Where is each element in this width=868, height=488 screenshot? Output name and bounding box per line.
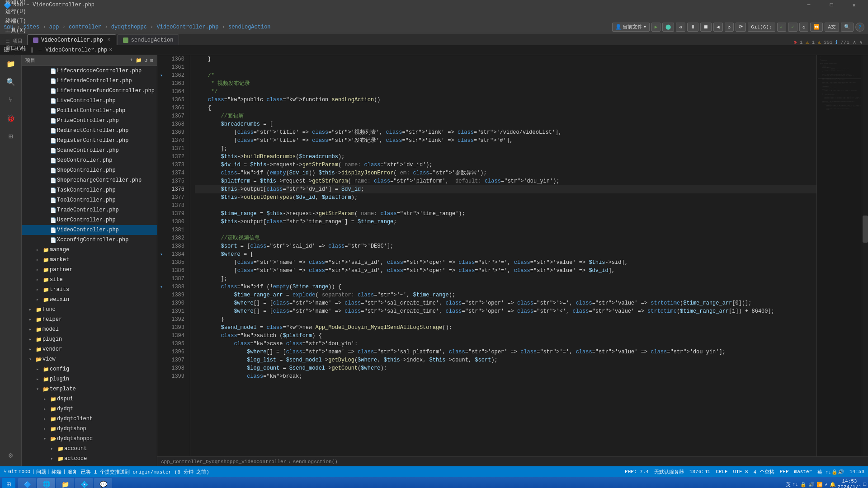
collapse-icon[interactable]: ⊟ — [150, 57, 153, 63]
tree-item-31[interactable]: ▸📁plugin — [22, 374, 157, 384]
search-btn[interactable]: 🔍 — [841, 23, 854, 32]
tree-item-20[interactable]: ▸📁partner — [22, 265, 157, 275]
php-version[interactable]: PHP: 7.4 — [625, 469, 649, 474]
tree-item-0[interactable]: 📄LifecardcodeController.php — [22, 66, 157, 76]
breadcrumb-3[interactable]: controller — [69, 24, 101, 30]
git-status[interactable]: ⑂ Git TODO | 问题 | 终端 | 服务 — [4, 469, 77, 475]
tree-item-26[interactable]: ▸📁model — [22, 324, 157, 334]
tree-item-35[interactable]: ▸📁dydqtclient — [22, 414, 157, 424]
tree-item-25[interactable]: ▸📁helper — [22, 314, 157, 324]
tab-close-0[interactable]: × — [108, 38, 110, 42]
tree-item-9[interactable]: 📄SeoController.php — [22, 155, 157, 165]
check-btn-2[interactable]: ✓ — [788, 23, 797, 32]
menu-item-运行[interactable]: 运行(U) — [2, 7, 30, 16]
tree-item-19[interactable]: ▸📁market — [22, 255, 157, 265]
activity-git[interactable]: ⑂ — [4, 93, 18, 108]
tree-item-12[interactable]: 📄TaskController.php — [22, 185, 157, 195]
toolbar-btn-4[interactable]: ⏸ — [687, 23, 698, 32]
taskbar-wechat[interactable]: 💬 — [94, 478, 112, 488]
toolbar-btn-7[interactable]: ↺ — [725, 23, 734, 32]
toolbar-btn-5[interactable]: ⏹ — [700, 23, 712, 32]
taskbar-app4[interactable]: 💠 — [75, 478, 93, 488]
line-ending[interactable]: CRLF — [716, 469, 727, 474]
tree-item-33[interactable]: ▸📁dspui — [22, 394, 157, 404]
branch[interactable]: master — [794, 469, 812, 474]
translate-btn[interactable]: A文 — [825, 23, 839, 32]
scroll-thumb[interactable] — [863, 216, 868, 243]
new-file-icon[interactable]: + — [130, 57, 133, 63]
tree-item-18[interactable]: ▸📁manage — [22, 245, 157, 255]
start-button[interactable]: ⊞ — [2, 478, 15, 488]
tree-item-7[interactable]: 📄RegisterController.php — [22, 136, 157, 145]
tree-item-5[interactable]: 📄PrizeController.php — [22, 116, 157, 126]
tree-item-17[interactable]: 📄XcconfigController.php — [22, 235, 157, 245]
tree-item-22[interactable]: ▸📁traits — [22, 285, 157, 295]
tree-item-30[interactable]: ▸📁config — [22, 364, 157, 374]
taskbar-folder[interactable]: 📁 — [56, 478, 74, 488]
tree-item-14[interactable]: 📄TradeController.php — [22, 205, 157, 215]
breadcrumb-1[interactable]: sites — [23, 24, 39, 30]
run-button[interactable]: ▶ — [651, 23, 661, 32]
tree-item-2[interactable]: 📄LifetraderrefundController.php — [22, 86, 157, 96]
refresh-icon[interactable]: ↺ — [145, 57, 148, 63]
tree-item-27[interactable]: ▸📁plugin — [22, 334, 157, 344]
tree-item-28[interactable]: ▸📁vendor — [22, 344, 157, 354]
indent[interactable]: 4 个空格 — [754, 469, 774, 475]
breadcrumb-0[interactable]: sou — [4, 24, 14, 30]
toolbar-btn-3[interactable]: ♻ — [676, 23, 685, 32]
debug-button[interactable]: ⬤ — [662, 23, 674, 32]
toolbar-btn-8[interactable]: ⟳ — [736, 23, 746, 32]
breadcrumb-2[interactable]: app — [49, 24, 59, 30]
breadcrumb-4[interactable]: dydqtshoppc — [111, 24, 147, 30]
tree-item-13[interactable]: 📄ToolController.php — [22, 195, 157, 205]
tree-item-34[interactable]: ▸📁dydqt — [22, 404, 157, 414]
tree-item-8[interactable]: 📄ScaneController.php — [22, 145, 157, 155]
tree-item-37[interactable]: ▾📂dydqtshoppc — [22, 434, 157, 444]
tree-item-11[interactable]: 📄ShoprechargeController.php — [22, 175, 157, 185]
close-button[interactable]: ✕ — [844, 0, 864, 10]
window-controls[interactable]: ─ □ ✕ — [798, 0, 864, 10]
menu-item-转到[interactable]: 转到(N) — [2, 0, 30, 7]
tree-item-40[interactable]: ▸📁active — [22, 464, 157, 466]
tree-item-15[interactable]: 📄UserController.php — [22, 215, 157, 225]
activity-extensions[interactable]: ⊞ — [4, 129, 18, 144]
tab-sendlogaction[interactable]: sendLogAction — [117, 34, 179, 45]
breadcrumb-6[interactable]: sendLogAction — [228, 24, 271, 30]
activity-search[interactable]: 🔍 — [4, 75, 18, 89]
minimize-button[interactable]: ─ — [798, 0, 819, 10]
help-btn[interactable]: ? — [855, 23, 864, 32]
language[interactable]: PHP — [780, 469, 789, 474]
check-btn-1[interactable]: ✓ — [777, 23, 787, 32]
code-content[interactable]: } /* * 视频发布记录 */ class="kw">public class… — [190, 55, 816, 456]
tab-explorer[interactable]: ☰ 项目 — [2, 36, 26, 45]
toolbar-btn-9[interactable]: ↻ — [799, 23, 809, 32]
activity-bottom[interactable]: ⚙ — [4, 448, 18, 463]
toolbar-dropdown[interactable]: 👤 当前文件 ▾ — [612, 23, 650, 32]
tree-item-29[interactable]: ▾📂view — [22, 354, 157, 364]
tree-item-24[interactable]: ▸📁func — [22, 305, 157, 314]
tree-item-36[interactable]: ▸📁dydqtshop — [22, 424, 157, 434]
taskbar-phpstorm[interactable]: 🔷 — [18, 478, 36, 488]
tree-item-1[interactable]: 📄LifetradeController.php — [22, 76, 157, 86]
new-folder-icon[interactable]: 📁 — [136, 57, 142, 63]
tree-item-3[interactable]: 📄LiveController.php — [22, 96, 157, 106]
cursor-position[interactable]: 1376:41 — [689, 469, 710, 474]
tree-item-6[interactable]: 📄RedirectController.php — [22, 126, 157, 136]
tree-item-21[interactable]: ▸📁site — [22, 275, 157, 285]
tree-item-16[interactable]: 📄VideoController.php — [22, 225, 157, 235]
tree-item-39[interactable]: ▸📁actcode — [22, 454, 157, 464]
tree-item-32[interactable]: ▾📂template — [22, 384, 157, 394]
tab-videocontroller[interactable]: VideoController.php × — [27, 34, 116, 45]
toolbar-btn-6[interactable]: ◀ — [713, 23, 723, 32]
scroll-down[interactable]: ∨ — [859, 39, 863, 45]
activity-explorer[interactable]: 📁 — [4, 57, 18, 71]
server-status[interactable]: 无默认服务器 — [654, 469, 684, 475]
scrollbar[interactable] — [862, 55, 868, 456]
git-btn[interactable]: Git(G): — [748, 23, 775, 32]
encoding[interactable]: UTF-8 — [733, 469, 748, 474]
toolbar-btn-10[interactable]: ⏪ — [810, 23, 823, 32]
breadcrumb-5[interactable]: VideoController.php — [157, 24, 219, 30]
maximize-button[interactable]: □ — [821, 0, 842, 10]
tree-item-10[interactable]: 📄ShopController.php — [22, 165, 157, 175]
tree-item-4[interactable]: 📄PoilistController.php — [22, 106, 157, 116]
